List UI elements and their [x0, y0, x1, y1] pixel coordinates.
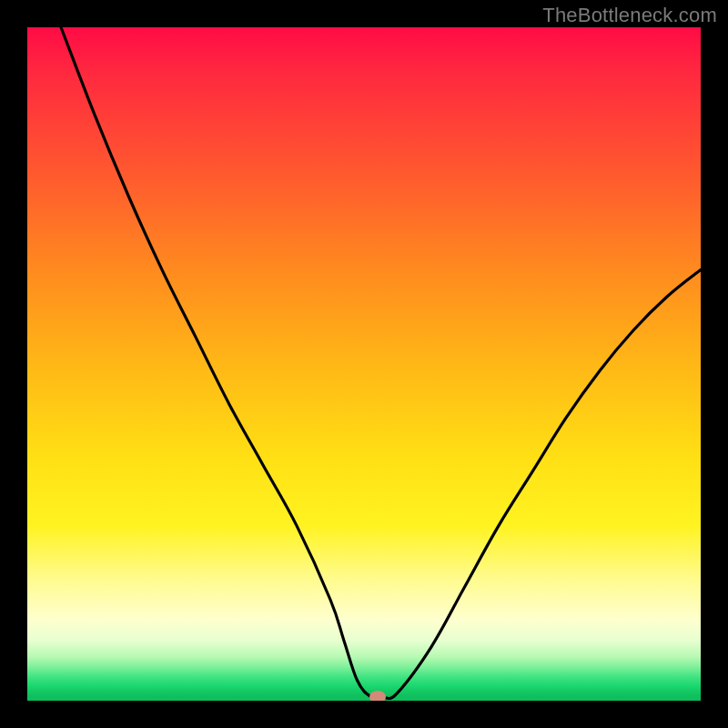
- watermark-text: TheBottleneck.com: [542, 4, 717, 27]
- curve-path: [61, 27, 701, 699]
- plot-area: [27, 27, 701, 701]
- chart-frame: TheBottleneck.com: [0, 0, 728, 728]
- optimal-point-marker: [369, 691, 386, 701]
- bottleneck-curve: [27, 27, 701, 701]
